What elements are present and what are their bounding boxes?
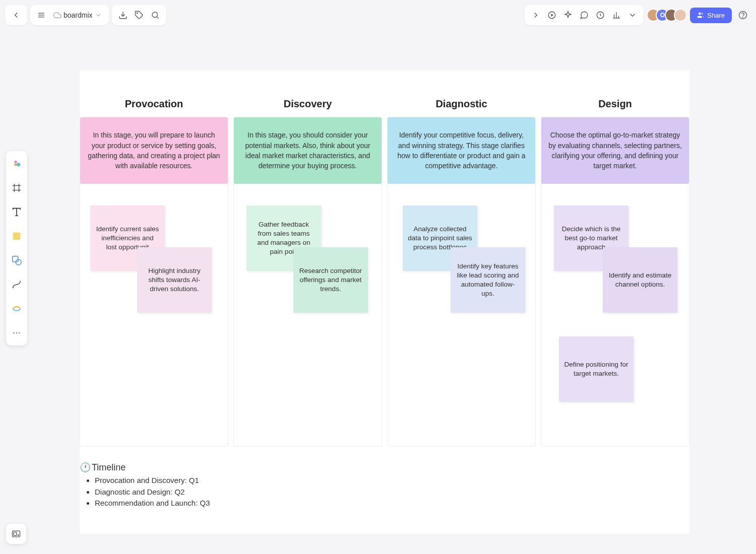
history-button[interactable]: [592, 7, 608, 23]
search-button[interactable]: [147, 7, 163, 23]
timeline-item[interactable]: Provocation and Discovery: Q1: [95, 475, 689, 487]
column: DiagnosticIdentify your competitive focu…: [387, 98, 536, 447]
mindmap-button[interactable]: [8, 300, 25, 317]
chevron-down-icon: [95, 12, 102, 19]
text-icon: [11, 206, 22, 218]
column-description[interactable]: In this stage, you will prepare to launc…: [80, 117, 228, 184]
svg-point-26: [13, 332, 15, 334]
text-button[interactable]: [8, 203, 25, 221]
clock-icon: 🕐: [80, 462, 91, 473]
sticky-note[interactable]: Identify key features like lead scoring …: [451, 247, 525, 313]
sticky-note-button[interactable]: [8, 228, 25, 245]
connector-button[interactable]: [8, 276, 25, 293]
tag-button[interactable]: [131, 7, 147, 23]
help-icon: [738, 10, 748, 20]
svg-point-5: [152, 12, 158, 18]
shapes-icon: [11, 158, 22, 169]
shape-combo-icon: [11, 255, 22, 266]
column-body[interactable]: In this stage, you should consider your …: [233, 117, 382, 447]
share-label: Share: [707, 12, 725, 19]
avatar-group[interactable]: O: [647, 9, 687, 22]
toolbar-right: O Share: [525, 5, 751, 25]
frame-icon: [11, 182, 22, 193]
help-button[interactable]: [735, 7, 751, 23]
svg-point-27: [16, 332, 18, 334]
back-button[interactable]: [8, 7, 24, 23]
svg-point-17: [17, 163, 20, 166]
history-icon: [596, 11, 605, 20]
sticky-note[interactable]: Highlight industry shifts towards AI-dri…: [137, 247, 212, 313]
sticky-note[interactable]: Identify and estimate channel options.: [603, 247, 677, 313]
column-body[interactable]: Choose the optimal go-to-market strategy…: [541, 117, 689, 447]
timeline-item[interactable]: Diagnostic and Design: Q2: [95, 487, 689, 498]
mindmap-icon: [11, 303, 22, 314]
timeline-section: 🕐Timeline Provocation and Discovery: Q1D…: [80, 462, 689, 509]
svg-rect-30: [14, 532, 17, 536]
shape-button[interactable]: [8, 252, 25, 269]
hamburger-icon: [37, 11, 46, 20]
dots-icon: [11, 327, 22, 338]
column-description[interactable]: In this stage, you should consider your …: [234, 117, 382, 184]
more-button[interactable]: [624, 7, 641, 23]
sticky-note-icon: [11, 231, 22, 242]
column: DesignChoose the optimal go-to-market st…: [541, 98, 689, 447]
svg-line-6: [157, 17, 158, 18]
document-name[interactable]: boardmix: [49, 11, 106, 19]
menu-button[interactable]: [33, 7, 49, 23]
column-title[interactable]: Provocation: [80, 98, 228, 110]
svg-point-16: [743, 17, 743, 18]
sticky-note[interactable]: Define positioning for target markets.: [559, 336, 634, 402]
svg-point-31: [18, 535, 19, 536]
canvas-board[interactable]: ProvocationIn this stage, you will prepa…: [80, 71, 689, 534]
sticky-note[interactable]: Research competitor offerings and market…: [293, 247, 368, 313]
play-button[interactable]: [544, 7, 560, 23]
column-title[interactable]: Discovery: [233, 98, 382, 110]
download-button[interactable]: [115, 7, 131, 23]
sparkle-button[interactable]: [560, 7, 576, 23]
layers-icon: [11, 529, 21, 539]
avatar[interactable]: [674, 9, 687, 22]
chart-button[interactable]: [608, 7, 624, 23]
column-body[interactable]: Identify your competitive focus, deliver…: [387, 117, 536, 447]
layers-button[interactable]: [6, 524, 26, 544]
document-name-text: boardmix: [64, 11, 93, 19]
chevron-right-icon: [531, 11, 540, 20]
tag-icon: [135, 11, 144, 20]
column-body[interactable]: In this stage, you will prepare to launc…: [80, 117, 228, 447]
timeline-item[interactable]: Recommendation and Launch: Q3: [95, 498, 689, 509]
column-title[interactable]: Diagnostic: [387, 98, 536, 110]
templates-button[interactable]: [8, 155, 25, 172]
chart-icon: [612, 11, 621, 20]
toolbar-left: boardmix: [5, 5, 166, 25]
side-toolbar: [6, 151, 27, 345]
column-title[interactable]: Design: [541, 98, 689, 110]
cloud-icon: [53, 11, 61, 19]
column-description[interactable]: Identify your competitive focus, deliver…: [388, 117, 535, 184]
share-button[interactable]: Share: [690, 8, 732, 23]
people-icon: [697, 12, 704, 19]
sparkle-icon: [563, 11, 573, 20]
download-icon: [118, 11, 128, 20]
svg-point-14: [699, 13, 701, 15]
frame-button[interactable]: [8, 179, 25, 196]
chevron-down-icon: [628, 11, 637, 20]
chevron-left-icon: [12, 11, 21, 20]
svg-marker-8: [551, 14, 554, 17]
search-icon: [151, 11, 160, 20]
columns-container: ProvocationIn this stage, you will prepa…: [80, 71, 689, 447]
svg-point-28: [19, 332, 20, 334]
top-toolbar: boardmix: [5, 5, 751, 25]
timeline-list: Provocation and Discovery: Q1Diagnostic …: [95, 475, 689, 509]
column-description[interactable]: Choose the optimal go-to-market strategy…: [541, 117, 689, 184]
column: DiscoveryIn this stage, you should consi…: [233, 98, 382, 447]
svg-point-4: [137, 13, 138, 14]
svg-point-25: [16, 259, 21, 265]
timeline-title[interactable]: 🕐Timeline: [80, 462, 689, 473]
svg-rect-24: [13, 256, 18, 262]
more-tools-button[interactable]: [8, 324, 25, 341]
expand-right-button[interactable]: [528, 7, 544, 23]
column: ProvocationIn this stage, you will prepa…: [80, 98, 228, 447]
comment-icon: [580, 11, 589, 20]
curve-icon: [11, 279, 22, 290]
comment-button[interactable]: [576, 7, 592, 23]
